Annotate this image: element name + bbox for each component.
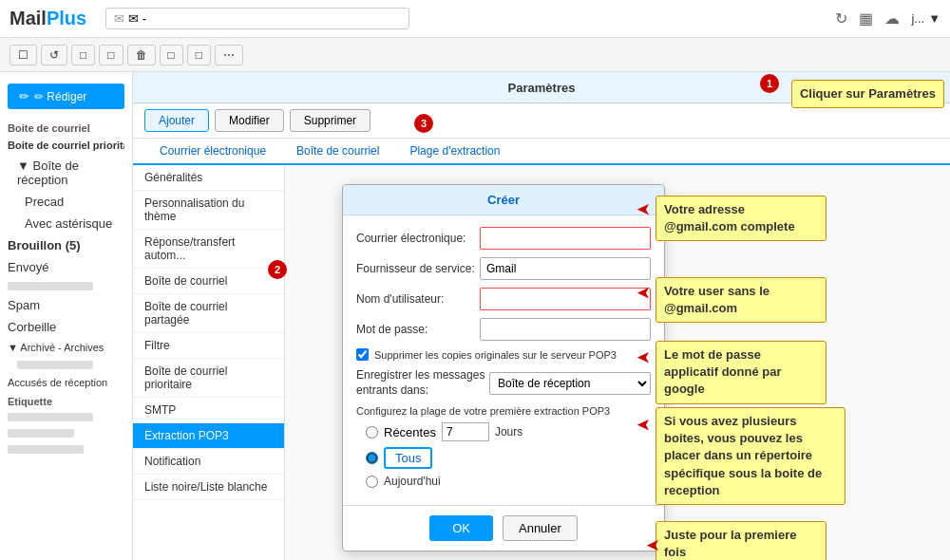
toolbar-btn-1[interactable]: □ <box>71 45 95 65</box>
checkbox-supprimer[interactable] <box>356 348 369 361</box>
radio-row-tous: Tous <box>366 447 651 469</box>
toolbar-btn-refresh[interactable]: ↺ <box>41 45 67 65</box>
compose-button[interactable]: ✏ ✏ Rédiger <box>8 84 124 109</box>
sidebar-item-precad[interactable]: Precad <box>0 191 132 213</box>
logo-plus: Plus <box>47 8 86 29</box>
nav-filtre[interactable]: Filtre <box>133 333 284 359</box>
settings-content: Créer Courrier électronique: Fournisseur… <box>285 165 950 560</box>
sidebar-item-archive[interactable]: ▼ Archivé - Archives <box>0 338 132 357</box>
sidebar-item-corbeille[interactable]: Corbeille <box>0 316 132 338</box>
sidebar-item-envoye[interactable]: Envoyé <box>0 256 132 278</box>
btn-annuler[interactable]: Annuler <box>503 515 578 541</box>
cloud-icon[interactable]: ☁ <box>884 9 900 28</box>
settings-body: Généralités Personnalisation du thème Ré… <box>133 165 950 560</box>
sidebar-item-accuse[interactable]: Accusés de réception <box>0 373 132 392</box>
sidebar-item-inbox[interactable]: ▼ Boîte de réception <box>0 155 132 191</box>
callout-boites: Si vous avez plusieurs boites, vous pouv… <box>656 407 846 505</box>
sidebar-item-brouillon[interactable]: Brouillon (5) <box>0 234 132 256</box>
radio-label-recentes: Récentes <box>384 425 436 439</box>
arrow-password: ➤ <box>636 347 651 368</box>
nav-generalites[interactable]: Généralités <box>133 165 284 191</box>
sidebar-item-etiquette-1 <box>0 409 132 425</box>
create-dialog-body: Courrier électronique: Fournisseur de se… <box>343 215 664 505</box>
settings-title: Paramètres <box>508 81 576 95</box>
toolbar-btn-more[interactable]: ⋯ <box>215 45 243 65</box>
nav-boite[interactable]: Boîte de courriel <box>133 269 284 294</box>
nav-liste-noire[interactable]: Liste noire/Liste blanche <box>133 475 284 500</box>
input-nom[interactable] <box>480 288 651 310</box>
tab-courrier[interactable]: Courrier électronique <box>144 139 281 163</box>
input-courrier[interactable] <box>480 227 651 250</box>
label-nom: Nom d'utilisateur: <box>356 292 480 306</box>
nav-personnalisation[interactable]: Personnalisation du thème <box>133 191 284 230</box>
user-label: j... <box>911 11 924 26</box>
nav-reponse[interactable]: Réponse/transfert autom... <box>133 230 284 269</box>
btn-ok[interactable]: OK <box>429 515 493 541</box>
radio-recentes[interactable] <box>366 426 378 439</box>
search-bar[interactable]: ✉ <box>105 8 409 29</box>
label-fournisseur: Fournisseur de service: <box>356 262 480 275</box>
toolbar-btn-4[interactable]: □ <box>187 45 211 65</box>
badge-1: 1 <box>760 74 779 93</box>
arrow-nom: ➤ <box>636 283 651 304</box>
sidebar-item-spam[interactable]: Spam <box>0 294 132 316</box>
search-input[interactable] <box>128 11 401 26</box>
grid-icon[interactable]: ▦ <box>859 9 873 28</box>
section-configurer-title: Configurez la plage de votre première ex… <box>356 405 651 417</box>
btn-supprimer[interactable]: Supprimer <box>290 109 370 132</box>
select-enregistrer[interactable]: Boîte de réception <box>489 372 651 395</box>
form-row-nom: Nom d'utilisateur: <box>356 288 651 310</box>
nav-boite-partagee[interactable]: Boîte de courriel partagée <box>133 294 284 333</box>
input-days[interactable] <box>442 422 489 441</box>
compose-label: ✏ Rédiger <box>34 90 86 103</box>
callout-gmail-address: Votre adresse @gmail.com complete <box>656 196 826 241</box>
settings-tabs: Courrier électronique Boîte de courriel … <box>133 139 950 165</box>
arrow-premiere: ➤ <box>646 535 660 556</box>
form-row-password: Mot de passe: <box>356 318 651 341</box>
create-dialog-footer: OK Annuler <box>343 505 664 551</box>
form-row-courrier: Courrier électronique: <box>356 227 651 250</box>
user-menu[interactable]: j... ▼ <box>911 11 940 26</box>
sidebar-item-blurred-2 <box>0 357 132 373</box>
sidebar-item-etiquette-2 <box>0 425 132 441</box>
radio-label-tous: Tous <box>384 447 432 469</box>
settings-panel: Paramètres Ajouter Modifier Supprimer Co… <box>133 72 950 560</box>
sidebar-item-asterisk[interactable]: Avec astérisque <box>0 213 132 234</box>
label-password: Mot de passe: <box>356 323 480 336</box>
section-boite-title: Boite de courriel <box>0 119 132 136</box>
toolbar-btn-3[interactable]: □ <box>160 45 183 65</box>
callout-parametres: Cliquer sur Paramètres <box>791 80 944 108</box>
arrow-courrier: ➤ <box>636 199 651 220</box>
refresh-icon[interactable]: ↻ <box>835 9 847 28</box>
nav-notification[interactable]: Notification <box>133 449 284 475</box>
toolbar-btn-2[interactable]: □ <box>99 45 123 65</box>
input-password[interactable] <box>480 318 651 341</box>
days-label: Jours <box>495 425 522 439</box>
nav-extraction-pop3[interactable]: Extraction POP3 <box>133 423 284 449</box>
input-fournisseur[interactable] <box>480 257 651 280</box>
sidebar-item-etiquette-3 <box>0 441 132 457</box>
nav-boite-prioritaire[interactable]: Boîte de courriel prioritaire <box>133 359 284 398</box>
tab-boite[interactable]: Boîte de courriel <box>281 139 394 163</box>
settings-toolbar: Ajouter Modifier Supprimer <box>133 103 950 139</box>
btn-modifier[interactable]: Modifier <box>215 109 284 132</box>
callout-user: Votre user sans le @gmail.com <box>656 277 826 323</box>
logo-mail: Mail <box>10 8 47 29</box>
btn-ajouter[interactable]: Ajouter <box>144 109 209 132</box>
radio-aujourd[interactable] <box>366 476 378 488</box>
toolbar-btn-delete[interactable]: 🗑 <box>127 45 156 65</box>
compose-icon: ✏ <box>19 89 29 103</box>
create-dialog-header: Créer <box>343 185 664 215</box>
toolbar-btn-checkbox[interactable]: ☐ <box>10 45 37 65</box>
radio-tous[interactable] <box>366 452 378 464</box>
tab-plage[interactable]: Plage d'extraction <box>394 139 515 163</box>
settings-nav: Généralités Personnalisation du thème Ré… <box>133 165 285 560</box>
radio-label-aujourd: Aujourd'hui <box>384 475 441 488</box>
callout-premiere-fois: Juste pour la premiere fois <box>656 521 826 560</box>
nav-smtp[interactable]: SMTP <box>133 398 284 423</box>
main-layout: ✏ ✏ Rédiger Boite de courriel Boite de c… <box>0 72 950 560</box>
sidebar-item-priority[interactable]: Boite de courriel priorita <box>0 136 132 155</box>
checkbox-row-supprimer: Supprimer les copies originales sur le s… <box>356 348 651 361</box>
search-icon: ✉ <box>114 11 124 26</box>
label-courrier: Courrier électronique: <box>356 232 480 245</box>
